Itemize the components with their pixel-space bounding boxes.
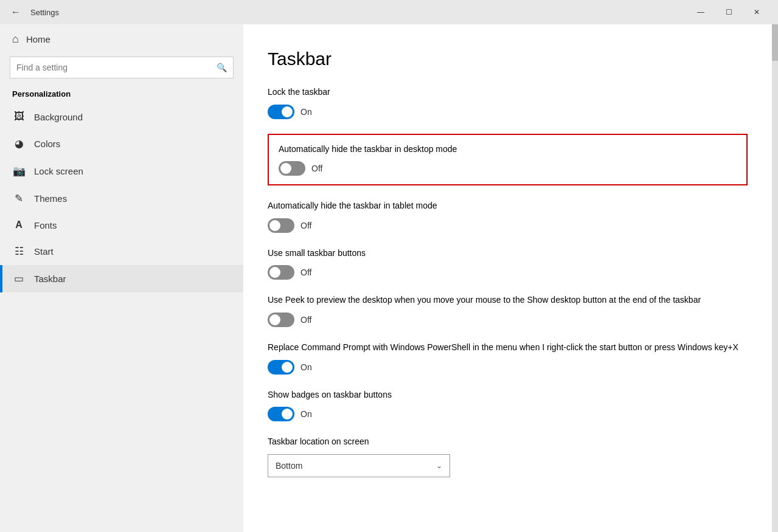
start-label: Start (34, 246, 54, 257)
section-label: Personalization (0, 86, 243, 103)
search-box: 🔍 (10, 57, 234, 78)
search-input[interactable] (16, 63, 217, 72)
setting-small-buttons: Use small taskbar buttons Off (268, 247, 748, 280)
peek-preview-toggle-row: Off (268, 313, 748, 327)
sidebar-item-fonts[interactable]: A Fonts (0, 212, 243, 238)
search-icon: 🔍 (217, 63, 227, 72)
lock-taskbar-toggle-row: On (268, 105, 748, 119)
peek-preview-thumb (269, 314, 280, 325)
home-icon: ⌂ (12, 33, 19, 46)
main-container: ⌂ Home 🔍 Personalization 🖼 Background ◕ … (0, 24, 778, 532)
window-controls: — ☐ ✕ (687, 0, 771, 24)
lock-screen-label: Lock screen (34, 166, 83, 176)
close-button[interactable]: ✕ (743, 0, 771, 24)
background-label: Background (34, 112, 83, 122)
auto-hide-tablet-toggle-row: Off (268, 218, 748, 233)
auto-hide-desktop-thumb (280, 163, 291, 174)
fonts-label: Fonts (34, 220, 57, 230)
show-badges-toggle-row: On (268, 407, 748, 421)
setting-auto-hide-desktop: Automatically hide the taskbar in deskto… (268, 134, 748, 186)
show-badges-toggle[interactable] (268, 407, 294, 421)
lock-taskbar-thumb (282, 106, 293, 117)
setting-lock-taskbar: Lock the taskbar On (268, 86, 748, 119)
replace-cmd-toggle-row: On (268, 360, 748, 375)
peek-preview-state: Off (300, 315, 311, 325)
taskbar-label: Taskbar (34, 274, 66, 284)
setting-show-badges: Show badges on taskbar buttons On (268, 389, 748, 422)
colors-icon: ◕ (12, 137, 26, 150)
auto-hide-tablet-thumb (269, 220, 280, 231)
home-nav-item[interactable]: ⌂ Home (0, 24, 243, 54)
back-button[interactable]: ← (7, 4, 24, 21)
sidebar-item-taskbar[interactable]: ▭ Taskbar (0, 265, 243, 292)
chevron-down-icon: ⌄ (436, 461, 442, 470)
app-title: Settings (30, 8, 687, 17)
scrollbar-thumb[interactable] (772, 24, 778, 61)
themes-label: Themes (34, 193, 67, 204)
themes-icon: ✎ (12, 192, 26, 205)
show-badges-thumb (282, 409, 293, 420)
auto-hide-desktop-toggle-row: Off (279, 161, 737, 176)
auto-hide-desktop-state: Off (311, 164, 322, 173)
taskbar-location-label: Taskbar location on screen (268, 436, 748, 448)
taskbar-location-dropdown[interactable]: Bottom ⌄ (268, 454, 450, 477)
background-icon: 🖼 (12, 111, 26, 123)
peek-preview-toggle[interactable] (268, 313, 294, 327)
page-title: Taskbar (268, 49, 748, 69)
lock-taskbar-state: On (300, 107, 312, 117)
sidebar-item-colors[interactable]: ◕ Colors (0, 130, 243, 157)
lock-screen-icon: 📷 (12, 165, 26, 178)
maximize-button[interactable]: ☐ (715, 0, 743, 24)
fonts-icon: A (12, 219, 26, 230)
small-buttons-label: Use small taskbar buttons (268, 247, 748, 260)
auto-hide-desktop-label: Automatically hide the taskbar in deskto… (279, 143, 737, 156)
small-buttons-toggle[interactable] (268, 265, 294, 280)
sidebar-item-start[interactable]: ☷ Start (0, 238, 243, 265)
start-icon: ☷ (12, 245, 26, 258)
sidebar: ⌂ Home 🔍 Personalization 🖼 Background ◕ … (0, 24, 243, 532)
small-buttons-state: Off (300, 268, 311, 277)
sidebar-item-background[interactable]: 🖼 Background (0, 103, 243, 130)
colors-label: Colors (34, 139, 60, 149)
lock-taskbar-toggle[interactable] (268, 105, 294, 119)
setting-auto-hide-tablet: Automatically hide the taskbar in tablet… (268, 200, 748, 233)
taskbar-location-dropdown-container: Bottom ⌄ (268, 454, 748, 477)
replace-cmd-thumb (282, 362, 293, 373)
taskbar-location-value: Bottom (276, 461, 302, 471)
setting-peek-preview: Use Peek to preview the desktop when you… (268, 294, 748, 327)
auto-hide-tablet-label: Automatically hide the taskbar in tablet… (268, 200, 748, 212)
peek-preview-label: Use Peek to preview the desktop when you… (268, 294, 748, 306)
small-buttons-toggle-row: Off (268, 265, 748, 280)
home-label: Home (26, 34, 50, 44)
show-badges-state: On (300, 409, 312, 419)
title-bar: ← Settings — ☐ ✕ (0, 0, 778, 24)
sidebar-item-lock-screen[interactable]: 📷 Lock screen (0, 157, 243, 185)
lock-taskbar-label: Lock the taskbar (268, 86, 748, 98)
taskbar-icon: ▭ (12, 272, 26, 285)
setting-taskbar-location: Taskbar location on screen Bottom ⌄ (268, 436, 748, 477)
auto-hide-tablet-toggle[interactable] (268, 218, 294, 233)
setting-replace-cmd: Replace Command Prompt with Windows Powe… (268, 342, 748, 375)
auto-hide-desktop-toggle[interactable] (279, 161, 305, 176)
minimize-button[interactable]: — (687, 0, 715, 24)
auto-hide-tablet-state: Off (300, 221, 311, 230)
scrollbar-track[interactable] (772, 24, 778, 532)
replace-cmd-toggle[interactable] (268, 360, 294, 375)
show-badges-label: Show badges on taskbar buttons (268, 389, 748, 401)
small-buttons-thumb (269, 267, 280, 278)
sidebar-item-themes[interactable]: ✎ Themes (0, 185, 243, 212)
replace-cmd-state: On (300, 362, 312, 372)
content-area: Taskbar Lock the taskbar On Automaticall… (243, 24, 772, 532)
replace-cmd-label: Replace Command Prompt with Windows Powe… (268, 342, 748, 354)
